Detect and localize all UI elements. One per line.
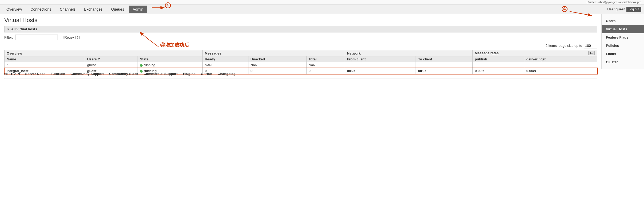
nav-tab-channels[interactable]: Channels: [56, 6, 79, 13]
footer-link[interactable]: Commercial Support: [143, 72, 178, 76]
col-unacked: Unacked: [248, 56, 306, 62]
col-ready: Ready: [203, 56, 248, 62]
row-publish: 0.00/s: [473, 68, 524, 74]
running-dot: [140, 70, 143, 73]
sidebar-item-virtual-hosts[interactable]: Virtual Hosts: [602, 25, 644, 33]
running-dot: [140, 64, 143, 67]
row-deliver-get: [524, 62, 597, 68]
toggle-arrow[interactable]: ▼: [7, 28, 10, 31]
row-name: /: [5, 62, 85, 68]
row-total: NaN: [306, 62, 345, 68]
add-vhost-section: ▼ Add a new virtual host Name: * Descrip…: [4, 78, 597, 78]
sidebar-item-feature-flags[interactable]: Feature Flags: [602, 33, 644, 41]
col-name: Name: [5, 56, 85, 62]
username: guest: [615, 7, 625, 11]
filter-row: Filter: Regex ?: [4, 35, 597, 40]
col-group-message-rates: Message rates +/-: [473, 50, 597, 56]
sidebar: ② Users Virtual Hosts Feature Flags Poli…: [601, 14, 644, 69]
row-unacked: NaN: [248, 62, 306, 68]
regex-checkbox-area: Regex ?: [60, 35, 80, 39]
help-icon[interactable]: ?: [75, 36, 80, 39]
col-deliver-get: deliver / get: [524, 56, 597, 62]
filter-label: Filter:: [4, 35, 13, 39]
pagination-row: 2 items, page size up to: [4, 43, 597, 48]
col-to-client: To client: [416, 56, 473, 62]
top-nav: Overview Connections Channels Exchanges …: [0, 5, 644, 14]
col-from-client: From client: [345, 56, 416, 62]
user-label: User guest: [607, 7, 625, 11]
regex-checkbox[interactable]: [60, 36, 63, 39]
table-row[interactable]: /guestrunningNaNNaNNaN: [5, 62, 597, 68]
row-publish: [473, 62, 524, 68]
col-group-network: Network: [345, 50, 472, 56]
row-to-client: [416, 62, 473, 68]
footer-link[interactable]: Server Docs: [25, 72, 46, 76]
row-from-client: [345, 62, 416, 68]
callout-2: ②: [562, 6, 567, 12]
nav-tab-overview[interactable]: Overview: [3, 6, 26, 13]
col-group-messages: Messages: [203, 50, 345, 56]
row-deliver-get: 0.00/s: [524, 68, 597, 74]
plus-minus-toggle[interactable]: +/-: [588, 51, 595, 55]
col-total: Total: [306, 56, 345, 62]
nav-tabs: Overview Connections Channels Exchanges …: [3, 6, 149, 13]
footer-link[interactable]: Plugins: [183, 72, 195, 76]
col-group-overview: Overview: [5, 50, 203, 56]
row-total: 0: [306, 68, 345, 74]
section-title: All virtual hosts: [11, 27, 37, 31]
row-users: guest: [85, 62, 138, 68]
content-area: Virtual Hosts ▼ All virtual hosts Filter…: [0, 14, 601, 69]
page-title: Virtual Hosts: [4, 17, 597, 24]
nav-user-area: User guest Log out: [607, 7, 641, 12]
filter-input[interactable]: [15, 35, 58, 40]
col-users: Users ?: [85, 56, 138, 62]
sidebar-item-limits[interactable]: Limits: [602, 50, 644, 58]
footer-link[interactable]: Community Slack: [109, 72, 138, 76]
sidebar-item-policies[interactable]: Policies: [602, 41, 644, 50]
footer-link[interactable]: Changelog: [218, 72, 236, 76]
vhost-table: Overview Messages Network Message rates …: [4, 50, 597, 74]
callout-1: ①: [165, 2, 171, 8]
page-size-input[interactable]: [584, 43, 597, 48]
regex-label: Regex: [65, 35, 75, 39]
arrow2-svg: [567, 9, 599, 19]
row-to-client: 0iB/s: [416, 68, 473, 74]
footer-link[interactable]: HTTP API: [4, 72, 20, 76]
row-unacked: 0: [248, 68, 306, 74]
main-layout: Virtual Hosts ▼ All virtual hosts Filter…: [0, 14, 644, 69]
vhosts-section-header: ▼ All virtual hosts: [4, 26, 597, 32]
nav-tab-admin[interactable]: Admin: [129, 6, 147, 13]
pagination-text: 2 items, page size up to: [546, 44, 582, 48]
footer-link[interactable]: GitHub: [201, 72, 212, 76]
nav-tab-connections[interactable]: Connections: [27, 6, 55, 13]
footer-link[interactable]: Tutorials: [51, 72, 65, 76]
row-from-client: 0iB/s: [345, 68, 416, 74]
sidebar-item-users[interactable]: Users: [602, 17, 644, 25]
nav-tab-exchanges[interactable]: Exchanges: [80, 6, 106, 13]
add-section-header: ▼ Add a new virtual host: [4, 78, 597, 78]
nav-tab-queues[interactable]: Queues: [107, 6, 128, 13]
col-state: State: [138, 56, 203, 62]
footer-link[interactable]: Community Support: [70, 72, 104, 76]
cluster-info: Cluster: rabbit@yangim.weierdabbook.pro: [586, 1, 641, 4]
row-ready: NaN: [203, 62, 248, 68]
cluster-bar: Cluster: rabbit@yangim.weierdabbook.pro: [0, 0, 644, 5]
sidebar-item-cluster[interactable]: Cluster: [602, 58, 644, 66]
row-state: running: [138, 62, 203, 68]
logout-button[interactable]: Log out: [626, 7, 641, 12]
col-publish: publish: [473, 56, 524, 62]
